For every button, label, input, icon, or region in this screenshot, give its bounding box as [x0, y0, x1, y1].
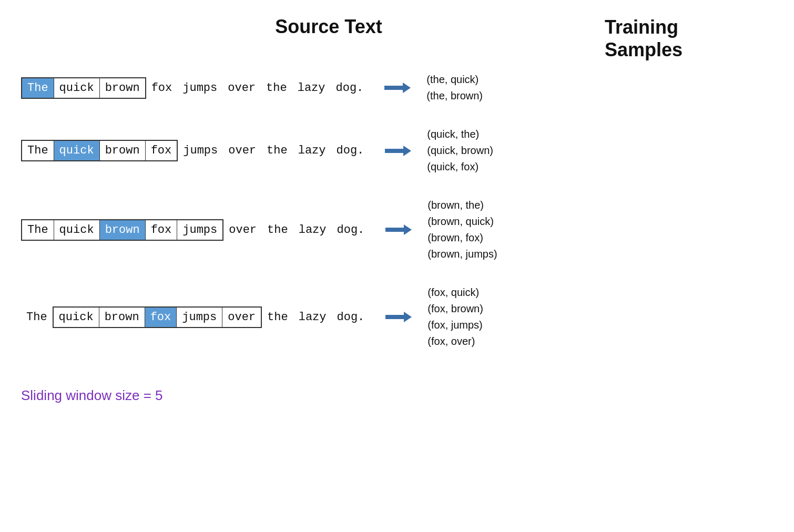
window-box-2: Thequickbrownfox [21, 140, 178, 161]
training-sample: (fox, brown) [427, 301, 483, 317]
word-outside: lazy [292, 78, 331, 98]
word-outside: The [21, 308, 53, 327]
arrow-icon [385, 145, 411, 157]
word-outside: jumps [178, 141, 223, 160]
context-word: quick [54, 220, 100, 240]
window-box-3: Thequickbrownfoxjumps [21, 219, 223, 241]
word-outside: jumps [177, 78, 222, 98]
center-word-highlighted: fox [145, 308, 177, 327]
word-outside: over [223, 141, 261, 160]
training-sample: (fox, jumps) [427, 317, 483, 333]
word-outside: the [262, 308, 293, 327]
context-word: fox [146, 220, 178, 240]
context-word: jumps [177, 220, 222, 240]
samples-group-4: (fox, quick)(fox, brown)(fox, jumps)(fox… [427, 284, 483, 350]
context-word: brown [100, 78, 145, 98]
arrow-icon [384, 81, 411, 94]
training-sample: (quick, fox) [427, 159, 493, 175]
word-outside: lazy [293, 308, 332, 327]
word-outside: dog. [332, 308, 370, 327]
svg-marker-0 [384, 83, 411, 93]
word-outside: over [223, 220, 262, 240]
training-sample: (brown, the) [427, 197, 497, 213]
training-sample: (quick, the) [427, 126, 493, 142]
window-box-1: Thequickbrown [21, 77, 146, 99]
right-section: Training Samples [605, 16, 773, 66]
training-sample: (quick, brown) [427, 142, 493, 159]
word-outside: the [261, 141, 293, 160]
svg-marker-3 [385, 312, 412, 322]
context-word: brown [99, 308, 145, 327]
training-sample: (fox, over) [427, 333, 483, 350]
training-sample: (brown, jumps) [427, 246, 497, 262]
sequence-row-3: Thequickbrownfoxjumpsoverthelazydog. (br… [21, 197, 773, 262]
context-word: The [22, 141, 54, 160]
context-word: quick [54, 308, 99, 327]
sliding-window-label: Sliding window size = 5 [21, 387, 773, 404]
training-sample: (the, brown) [426, 88, 483, 104]
word-outside: the [261, 78, 292, 98]
svg-marker-1 [385, 146, 411, 156]
text-sequence-2: Thequickbrownfoxjumpsoverthelazydog. [21, 140, 369, 161]
text-sequence-3: Thequickbrownfoxjumpsoverthelazydog. [21, 219, 370, 241]
context-word: brown [100, 141, 146, 160]
samples-group-1: (the, quick)(the, brown) [426, 71, 483, 104]
sequence-row-4: Thequickbrownfoxjumpsoverthelazydog. (fo… [21, 284, 773, 350]
arrow-icon [385, 223, 412, 236]
word-outside: dog. [331, 78, 369, 98]
context-word: jumps [177, 308, 222, 327]
word-outside: fox [146, 78, 178, 98]
window-box-4: quickbrownfoxjumpsover [53, 306, 262, 328]
sequence-row-2: Thequickbrownfoxjumpsoverthelazydog. (qu… [21, 126, 773, 175]
context-word: fox [146, 141, 177, 160]
sequence-row-1: Thequickbrownfoxjumpsoverthelazydog. (th… [21, 71, 773, 104]
word-outside: over [222, 78, 261, 98]
word-outside: dog. [332, 220, 370, 240]
word-outside: lazy [293, 220, 332, 240]
training-sample: (brown, quick) [427, 213, 497, 230]
training-title: Training Samples [605, 16, 773, 61]
center-word-highlighted: The [22, 78, 54, 98]
page-container: Source Text Training Samples Thequickbro… [21, 16, 773, 404]
source-title: Source Text [53, 16, 605, 38]
arrow-icon [385, 311, 412, 323]
training-sample: (the, quick) [426, 71, 483, 88]
svg-marker-2 [385, 224, 412, 235]
training-sample: (fox, quick) [427, 284, 483, 301]
left-section: Source Text Training Samples Thequickbro… [21, 16, 773, 404]
text-sequence-4: Thequickbrownfoxjumpsoverthelazydog. [21, 306, 370, 328]
samples-group-2: (quick, the)(quick, brown)(quick, fox) [427, 126, 493, 175]
samples-group-3: (brown, the)(brown, quick)(brown, fox)(b… [427, 197, 497, 262]
header-row: Source Text Training Samples [21, 16, 773, 66]
word-outside: lazy [293, 141, 331, 160]
context-word: over [222, 308, 261, 327]
text-sequence-1: Thequickbrownfoxjumpsoverthelazydog. [21, 77, 369, 99]
context-word: quick [54, 78, 100, 98]
training-sample: (brown, fox) [427, 230, 497, 246]
rows-container: Thequickbrownfoxjumpsoverthelazydog. (th… [21, 71, 773, 372]
context-word: The [22, 220, 54, 240]
word-outside: the [262, 220, 293, 240]
word-outside: dog. [331, 141, 370, 160]
center-word-highlighted: quick [54, 141, 100, 160]
center-word-highlighted: brown [100, 220, 146, 240]
